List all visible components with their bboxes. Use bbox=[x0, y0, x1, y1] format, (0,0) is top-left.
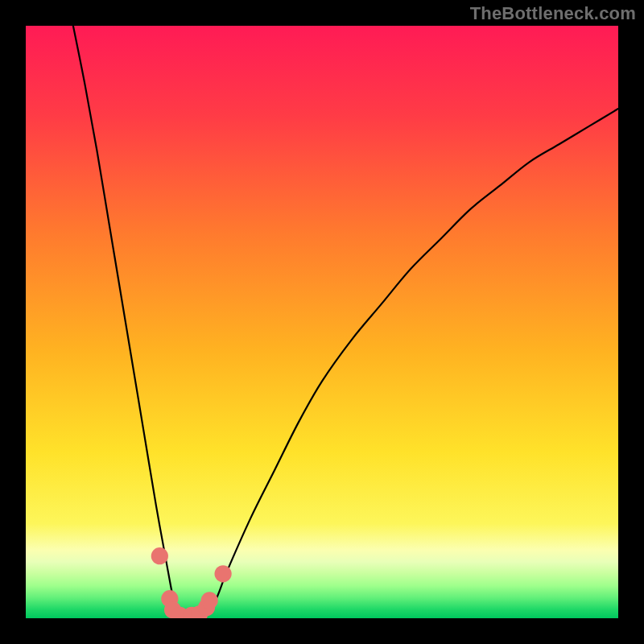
data-marker bbox=[201, 592, 218, 609]
data-marker bbox=[214, 565, 231, 582]
watermark-label: TheBottleneck.com bbox=[470, 3, 636, 24]
bottleneck-curve bbox=[26, 26, 618, 618]
data-marker bbox=[151, 547, 168, 564]
plot-area bbox=[26, 26, 618, 618]
chart-frame: TheBottleneck.com bbox=[0, 0, 644, 644]
